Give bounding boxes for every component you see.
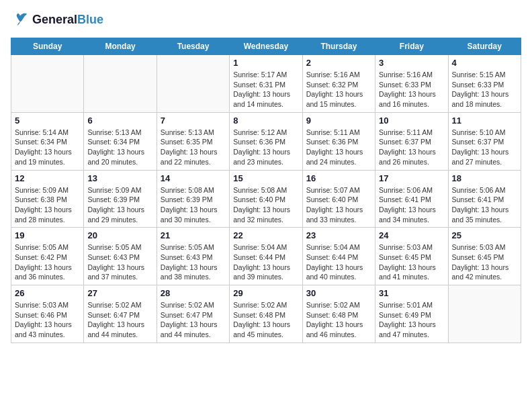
day-info: Sunrise: 5:17 AM Sunset: 6:31 PM Dayligh… [233, 70, 298, 109]
column-header-monday: Monday [84, 38, 157, 55]
day-info: Sunrise: 5:03 AM Sunset: 6:46 PM Dayligh… [15, 300, 80, 340]
calendar-week-row: 26Sunrise: 5:03 AM Sunset: 6:46 PM Dayli… [11, 285, 521, 343]
day-number: 15 [233, 173, 298, 183]
day-number: 14 [161, 173, 226, 183]
calendar-cell: 16Sunrise: 5:07 AM Sunset: 6:40 PM Dayli… [302, 170, 375, 228]
calendar-cell: 11Sunrise: 5:10 AM Sunset: 6:37 PM Dayli… [448, 112, 521, 170]
day-number: 29 [233, 288, 298, 298]
calendar-cell: 20Sunrise: 5:05 AM Sunset: 6:43 PM Dayli… [84, 228, 157, 285]
calendar-cell [157, 55, 229, 113]
calendar-cell: 27Sunrise: 5:02 AM Sunset: 6:47 PM Dayli… [84, 285, 157, 343]
day-info: Sunrise: 5:04 AM Sunset: 6:44 PM Dayligh… [306, 242, 371, 282]
day-info: Sunrise: 5:02 AM Sunset: 6:48 PM Dayligh… [233, 300, 298, 340]
calendar-cell: 25Sunrise: 5:03 AM Sunset: 6:45 PM Dayli… [448, 228, 521, 285]
day-info: Sunrise: 5:02 AM Sunset: 6:47 PM Dayligh… [87, 300, 152, 340]
day-number: 13 [87, 173, 152, 183]
calendar-cell: 17Sunrise: 5:06 AM Sunset: 6:41 PM Dayli… [375, 170, 448, 228]
calendar-week-row: 5Sunrise: 5:14 AM Sunset: 6:34 PM Daylig… [11, 112, 521, 170]
day-info: Sunrise: 5:05 AM Sunset: 6:43 PM Dayligh… [87, 242, 152, 282]
day-info: Sunrise: 5:10 AM Sunset: 6:37 PM Dayligh… [452, 128, 517, 167]
day-number: 9 [306, 116, 371, 126]
calendar-header-row: SundayMondayTuesdayWednesdayThursdayFrid… [11, 38, 521, 55]
column-header-thursday: Thursday [302, 38, 375, 55]
calendar-cell: 29Sunrise: 5:02 AM Sunset: 6:48 PM Dayli… [230, 285, 302, 343]
day-info: Sunrise: 5:14 AM Sunset: 6:34 PM Dayligh… [15, 128, 80, 167]
calendar-week-row: 1Sunrise: 5:17 AM Sunset: 6:31 PM Daylig… [11, 55, 521, 113]
column-header-friday: Friday [375, 38, 448, 55]
day-info: Sunrise: 5:09 AM Sunset: 6:39 PM Dayligh… [87, 185, 152, 225]
calendar-cell: 3Sunrise: 5:16 AM Sunset: 6:33 PM Daylig… [375, 55, 448, 113]
day-info: Sunrise: 5:01 AM Sunset: 6:49 PM Dayligh… [379, 300, 444, 340]
calendar-cell: 6Sunrise: 5:13 AM Sunset: 6:34 PM Daylig… [84, 112, 157, 170]
logo: GeneralBlue [11, 11, 103, 30]
day-number: 3 [379, 58, 444, 68]
calendar-cell: 9Sunrise: 5:11 AM Sunset: 6:36 PM Daylig… [302, 112, 375, 170]
calendar-cell: 15Sunrise: 5:08 AM Sunset: 6:40 PM Dayli… [230, 170, 302, 228]
day-info: Sunrise: 5:16 AM Sunset: 6:32 PM Dayligh… [306, 70, 371, 109]
calendar-cell: 31Sunrise: 5:01 AM Sunset: 6:49 PM Dayli… [375, 285, 448, 343]
day-info: Sunrise: 5:05 AM Sunset: 6:43 PM Dayligh… [161, 242, 226, 282]
day-number: 19 [15, 230, 80, 240]
day-number: 31 [379, 288, 444, 298]
day-info: Sunrise: 5:11 AM Sunset: 6:37 PM Dayligh… [379, 128, 444, 167]
day-number: 6 [87, 116, 152, 126]
calendar-cell: 10Sunrise: 5:11 AM Sunset: 6:37 PM Dayli… [375, 112, 448, 170]
day-number: 24 [379, 230, 444, 240]
day-number: 22 [233, 230, 298, 240]
day-info: Sunrise: 5:16 AM Sunset: 6:33 PM Dayligh… [379, 70, 444, 109]
day-info: Sunrise: 5:15 AM Sunset: 6:33 PM Dayligh… [452, 70, 517, 109]
day-info: Sunrise: 5:08 AM Sunset: 6:39 PM Dayligh… [161, 185, 226, 225]
day-number: 30 [306, 288, 371, 298]
day-info: Sunrise: 5:05 AM Sunset: 6:42 PM Dayligh… [15, 242, 80, 282]
calendar-cell: 21Sunrise: 5:05 AM Sunset: 6:43 PM Dayli… [157, 228, 229, 285]
day-number: 17 [379, 173, 444, 183]
day-info: Sunrise: 5:09 AM Sunset: 6:38 PM Dayligh… [15, 185, 80, 225]
day-info: Sunrise: 5:03 AM Sunset: 6:45 PM Dayligh… [452, 242, 517, 282]
day-number: 26 [15, 288, 80, 298]
calendar-cell: 5Sunrise: 5:14 AM Sunset: 6:34 PM Daylig… [11, 112, 84, 170]
calendar-cell: 24Sunrise: 5:03 AM Sunset: 6:45 PM Dayli… [375, 228, 448, 285]
day-number: 8 [233, 116, 298, 126]
day-number: 2 [306, 58, 371, 68]
logo-text: GeneralBlue [32, 13, 103, 28]
page-header: GeneralBlue [11, 11, 521, 30]
day-info: Sunrise: 5:13 AM Sunset: 6:34 PM Dayligh… [87, 128, 152, 167]
day-info: Sunrise: 5:08 AM Sunset: 6:40 PM Dayligh… [233, 185, 298, 225]
calendar-cell: 19Sunrise: 5:05 AM Sunset: 6:42 PM Dayli… [11, 228, 84, 285]
calendar-table: SundayMondayTuesdayWednesdayThursdayFrid… [11, 38, 521, 343]
column-header-tuesday: Tuesday [157, 38, 229, 55]
calendar-cell: 7Sunrise: 5:13 AM Sunset: 6:35 PM Daylig… [157, 112, 229, 170]
day-number: 18 [452, 173, 517, 183]
calendar-cell [448, 285, 521, 343]
calendar-cell: 22Sunrise: 5:04 AM Sunset: 6:44 PM Dayli… [230, 228, 302, 285]
day-info: Sunrise: 5:02 AM Sunset: 6:47 PM Dayligh… [161, 300, 226, 340]
day-info: Sunrise: 5:07 AM Sunset: 6:40 PM Dayligh… [306, 185, 371, 225]
day-number: 25 [452, 230, 517, 240]
day-info: Sunrise: 5:03 AM Sunset: 6:45 PM Dayligh… [379, 242, 444, 282]
calendar-cell: 30Sunrise: 5:02 AM Sunset: 6:48 PM Dayli… [302, 285, 375, 343]
day-info: Sunrise: 5:12 AM Sunset: 6:36 PM Dayligh… [233, 128, 298, 167]
day-number: 20 [87, 230, 152, 240]
calendar-cell: 14Sunrise: 5:08 AM Sunset: 6:39 PM Dayli… [157, 170, 229, 228]
calendar-cell: 18Sunrise: 5:06 AM Sunset: 6:41 PM Dayli… [448, 170, 521, 228]
day-number: 5 [15, 116, 80, 126]
day-number: 11 [452, 116, 517, 126]
day-info: Sunrise: 5:06 AM Sunset: 6:41 PM Dayligh… [379, 185, 444, 225]
calendar-week-row: 19Sunrise: 5:05 AM Sunset: 6:42 PM Dayli… [11, 228, 521, 285]
calendar-cell: 1Sunrise: 5:17 AM Sunset: 6:31 PM Daylig… [230, 55, 302, 113]
calendar-cell [11, 55, 84, 113]
calendar-cell: 4Sunrise: 5:15 AM Sunset: 6:33 PM Daylig… [448, 55, 521, 113]
day-info: Sunrise: 5:13 AM Sunset: 6:35 PM Dayligh… [161, 128, 226, 167]
day-number: 23 [306, 230, 371, 240]
day-number: 7 [161, 116, 226, 126]
column-header-sunday: Sunday [11, 38, 84, 55]
calendar-cell: 28Sunrise: 5:02 AM Sunset: 6:47 PM Dayli… [157, 285, 229, 343]
day-info: Sunrise: 5:04 AM Sunset: 6:44 PM Dayligh… [233, 242, 298, 282]
calendar-cell: 12Sunrise: 5:09 AM Sunset: 6:38 PM Dayli… [11, 170, 84, 228]
day-info: Sunrise: 5:11 AM Sunset: 6:36 PM Dayligh… [306, 128, 371, 167]
logo-bird-icon [11, 11, 30, 30]
day-number: 21 [161, 230, 226, 240]
day-number: 4 [452, 58, 517, 68]
day-number: 10 [379, 116, 444, 126]
column-header-saturday: Saturday [448, 38, 521, 55]
